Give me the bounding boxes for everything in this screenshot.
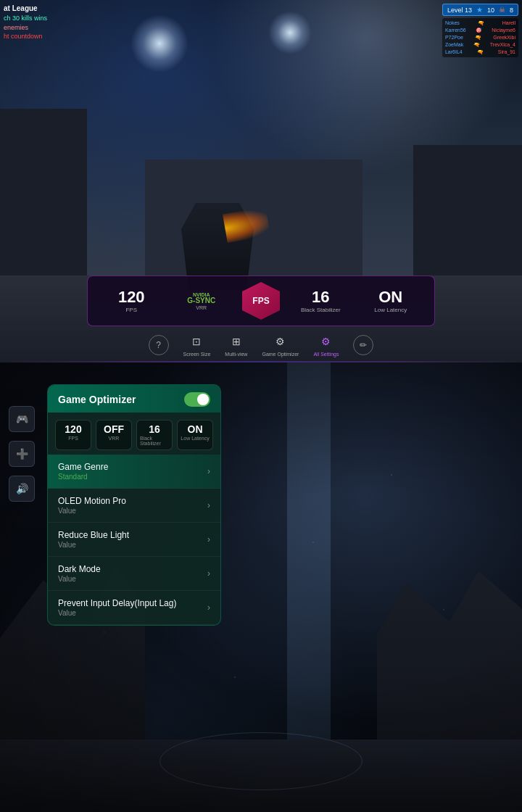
black-label: Black Stabilizer [301,307,341,313]
building-left [0,109,87,290]
light-spot-2 [268,11,312,54]
oled-motion-pro-value: Value [58,507,126,515]
light-spot-1 [130,14,188,72]
game-genre-value: Standard [58,473,108,481]
game-stats-bar: 120 FPS NVIDIA G-SYNC VRR FPS 16 Black S… [87,276,435,326]
opt-black-value: 16 [149,424,160,434]
fps-badge: FPS [242,282,280,320]
top-game-section: at League ch 30 kills wins enemies ht co… [0,0,522,362]
optimizer-header: Game Optimizer [48,385,220,413]
screen-size-icon[interactable]: ⊡ [188,333,205,350]
fps-label: FPS [125,307,137,313]
game-genre-item[interactable]: Game Genre Standard › [48,455,220,489]
scoreboard: Nokes 🔫 Harell Karren56 🎯 Niciayme6 P72P… [442,18,518,57]
multi-view-button[interactable]: ⊞ Multi-view [225,333,247,357]
opt-fps-value: 120 [65,424,81,434]
chevron-right-icon: › [207,500,210,510]
opt-black-label: Black Stabilizer [140,436,169,446]
opt-fps-stat: 120 FPS [55,420,91,450]
score-value: Sira_91 [498,49,515,55]
star-icon: ★ [476,6,483,14]
optimizer-title: Game Optimizer [58,394,136,405]
kills-text: ch 30 kills wins [4,14,47,23]
opt-latency-stat: ON Low Latency [177,420,213,450]
optimizer-toggle[interactable] [184,392,210,407]
chevron-right-icon: › [207,534,210,544]
all-settings-icon[interactable]: ⚙ [318,333,335,350]
star-count: 10 [487,7,494,14]
oled-motion-pro-name: OLED Motion Pro [58,496,126,506]
multi-view-icon[interactable]: ⊞ [228,333,245,350]
reduce-blue-light-item[interactable]: Reduce Blue Light Value › [48,523,220,557]
prevent-input-delay-value: Value [58,609,176,617]
prevent-input-delay-item[interactable]: Prevent Input Delay(Input Lag) Value › [48,591,220,625]
score-row: P72Poe 🔫 GreekXibi [445,34,515,41]
toggle-knob [197,394,209,405]
screen-size-button[interactable]: ⊡ Screen Size [183,333,211,357]
latency-stat: ON Low Latency [356,289,426,313]
edit-button[interactable]: ✏ [353,335,373,355]
player-name: Nokes [445,20,460,26]
score-value: Niciayme6 [492,28,515,33]
level-text: Level 13 [447,7,472,14]
help-icon[interactable]: ? [149,335,169,355]
game-optimizer-icon[interactable]: ⚙ [272,333,289,350]
player-name: Lar6IL4 [445,49,463,55]
fps-badge-text: FPS [252,297,269,305]
prevent-input-delay-name: Prevent Input Delay(Input Lag) [58,598,176,608]
score-value: Harell [502,20,515,26]
black-value: 16 [312,289,329,305]
optimizer-stats-row: 120 FPS OFF VRR 16 Black Stabilizer ON L… [48,413,220,455]
multi-view-label: Multi-view [225,352,247,357]
skull-count: 8 [510,7,513,14]
floor-circle [160,732,362,790]
all-settings-button[interactable]: ⚙ All Settings [313,333,339,357]
player-name: ZoeMak [445,42,463,48]
score-row: Lar6IL4 🔫 Sira_91 [445,49,515,56]
weapon-icon: 🔫 [478,20,484,26]
score-value: GreekXibi [493,35,515,41]
sidebar-icons: 🎮 ➕ 🔊 [9,406,35,502]
score-row: Karren56 🎯 Niciayme6 [445,27,515,34]
latency-value: ON [378,289,402,305]
optimizer-panel: Game Optimizer 120 FPS OFF VRR 16 Black … [47,384,221,626]
game-optimizer-label: Game Optimizer [262,352,299,357]
stone-floor [0,740,522,812]
dark-mode-item[interactable]: Dark Mode Value › [48,557,220,591]
help-button[interactable]: ? [149,335,169,355]
player-name: P72Poe [445,35,463,41]
hud-top-left: at League ch 30 kills wins enemies ht co… [4,4,47,41]
oled-motion-pro-text: OLED Motion Pro Value [58,496,126,515]
chevron-right-icon: › [207,466,210,476]
countdown-text: ht countdown [4,32,47,41]
fps-value: 120 [118,289,145,305]
chevron-right-icon: › [207,602,210,613]
dark-mode-value: Value [58,575,101,583]
opt-latency-label: Low Latency [181,436,209,441]
level-bar: Level 13 ★ 10 ☠ 8 [442,4,518,16]
all-settings-label: All Settings [313,352,339,357]
volume-icon[interactable]: 🔊 [9,476,35,502]
score-row: ZoeMak 🔫 TrevXlca_4 [445,41,515,49]
chevron-right-icon: › [207,568,210,579]
hud-top-right: Level 13 ★ 10 ☠ 8 Nokes 🔫 Harell Karren5… [442,4,518,57]
bottom-game-section: 🎮 ➕ 🔊 Game Optimizer 120 FPS OFF VRR 16 … [0,362,522,812]
gsync-sub: VRR [196,305,207,310]
game-name: at League [4,4,47,14]
score-row: Nokes 🔫 Harell [445,20,515,27]
plus-icon[interactable]: ➕ [9,441,35,467]
game-optimizer-button[interactable]: ⚙ Game Optimizer [262,333,299,357]
weapon-icon: 🔫 [477,49,484,55]
score-value: TrevXlca_4 [490,42,515,48]
skull-icon: ☠ [499,6,505,14]
opt-fps-label: FPS [68,436,78,441]
game-genre-name: Game Genre [58,462,108,472]
opt-latency-value: ON [188,424,203,434]
gsync-stat: NVIDIA G-SYNC VRR [167,292,237,310]
weapon-icon: 🔫 [473,42,480,48]
screen-size-label: Screen Size [183,352,211,357]
dark-mode-name: Dark Mode [58,564,101,574]
edit-icon[interactable]: ✏ [353,335,373,355]
oled-motion-pro-item[interactable]: OLED Motion Pro Value › [48,489,220,523]
gamepad-icon[interactable]: 🎮 [9,406,35,432]
